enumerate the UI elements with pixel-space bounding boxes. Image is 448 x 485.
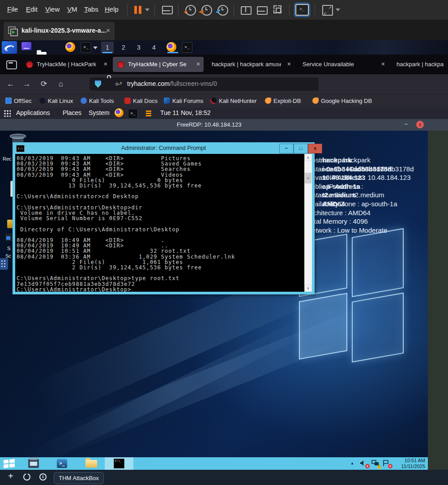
url-text[interactable]: tryhackme.com/fullscreen-vms/0 (127, 80, 217, 87)
freerdp-minimize-icon[interactable]: − (404, 120, 408, 128)
menu-edit[interactable]: Edit (26, 5, 38, 13)
start-button[interactable] (0, 457, 21, 470)
info-icon[interactable]: i (39, 473, 47, 481)
network-tray-icon[interactable]: ! (371, 460, 380, 467)
bookmark-kali-nethunter[interactable]: Kali NetHunter (210, 97, 257, 105)
add-icon[interactable]: + (8, 471, 13, 481)
vm-tab-kali[interactable]: kali-linux-2025.3-vmware-a... × (4, 22, 115, 40)
tab-close-icon[interactable]: × (381, 60, 385, 68)
send-ctrl-alt-del-icon[interactable] (162, 6, 173, 14)
tray-clock[interactable]: 10:51 AM 11/11/2025 (401, 458, 425, 469)
workspace-4[interactable]: 4 (148, 42, 160, 53)
cmd-titlebar[interactable]: C:\ Administrator: Command Prompt − □ x (13, 142, 315, 154)
cmd-scrollbar[interactable]: ∧ ≡ ∨ (304, 154, 312, 292)
workspace-2[interactable]: 2 (117, 42, 130, 53)
workspace-1[interactable]: 1 (101, 42, 114, 53)
suspend-vm-icon[interactable] (139, 6, 141, 14)
thm-drag-handle-icon[interactable] (0, 258, 8, 270)
bookmark-kali-tools[interactable]: Kali Tools (81, 97, 114, 105)
kali-menu-button[interactable] (2, 41, 17, 54)
bookmark-label: Kali Tools (89, 98, 114, 104)
bookmark-offsec[interactable]: OffSec (5, 97, 32, 105)
reload-icon[interactable]: ⟳ (38, 78, 50, 90)
power-icon[interactable] (23, 473, 30, 481)
take-snapshot-icon[interactable]: + (185, 5, 196, 16)
menu-view[interactable]: View (45, 5, 60, 13)
power-dropdown-icon[interactable] (145, 9, 149, 11)
scroll-down-icon[interactable]: ∨ (304, 285, 312, 292)
volume-tray-icon[interactable]: x (360, 460, 368, 467)
scrollbar-thumb[interactable]: ≡ (305, 173, 311, 183)
tab-close-icon[interactable]: × (104, 60, 107, 68)
file-explorer-button[interactable] (82, 457, 102, 470)
scroll-up-icon[interactable]: ∧ (304, 154, 312, 161)
cmd-taskbar-button[interactable]: C:\_ (105, 457, 133, 470)
cmd-close-icon[interactable]: x (308, 144, 322, 153)
fullscreen-icon[interactable] (273, 5, 282, 13)
url-host: tryhackme.com (127, 80, 170, 87)
freerdp-close-icon[interactable]: x (416, 121, 424, 128)
cmd-terminal[interactable]: 08/03/2019 09:43 AM <DIR> Pictures 08/03… (15, 154, 312, 292)
show-library-icon[interactable] (241, 6, 252, 15)
powershell-button[interactable]: >_ (54, 457, 73, 470)
attackbox-menu-applications[interactable]: Applications (16, 109, 50, 116)
revert-snapshot-icon[interactable]: ◀ (201, 5, 212, 16)
menu-vm[interactable]: VM (67, 5, 77, 13)
url-bar[interactable]: o–º tryhackme.com/fullscreen-vms/0 (90, 77, 319, 91)
cmd-window[interactable]: C:\ Administrator: Command Prompt − □ x … (13, 142, 315, 294)
cmd-minimize-icon[interactable]: − (279, 144, 294, 153)
tab-tryhackme-hackpark[interactable]: TryHackMe | HackPark × (21, 57, 111, 72)
tab-tryhackme-cyber-sec[interactable]: TryHackMe | Cyber Sec × (113, 57, 204, 72)
tab-hackpark-2[interactable]: hackpark | hackpa (390, 57, 448, 72)
attackbox-firefox-icon[interactable] (115, 108, 124, 117)
bookmark-google-hacking-db[interactable]: Google Hacking DB (312, 97, 372, 105)
show-console-icon[interactable] (257, 6, 268, 15)
tracking-shield-icon[interactable] (95, 81, 101, 88)
bookmark-kali-docs[interactable]: Kali Docs (124, 97, 158, 105)
terminal-launcher-icon[interactable]: >_ (81, 42, 91, 53)
cmd-maximize-icon[interactable]: □ (294, 144, 308, 153)
tab-service-unavailable[interactable]: Service Unavailable × (296, 57, 388, 72)
error-badge-icon: x (388, 464, 393, 468)
console-view-icon[interactable]: >_ (295, 4, 309, 16)
thm-attackbox-button[interactable]: THM AttackBox (54, 472, 104, 484)
desktop-icon-tool[interactable] (5, 234, 13, 241)
attackbox-clock[interactable]: Tue 11 Nov, 18:52 (160, 109, 211, 116)
tab-hackpark-amuse[interactable]: hackpark | hackpark amuse × (205, 57, 294, 72)
menu-help[interactable]: Help (105, 5, 119, 13)
bookmark-kali-forums[interactable]: Kali Forums (164, 97, 203, 105)
vm-tab-close-icon[interactable]: × (106, 26, 110, 34)
permissions-icon[interactable]: o–º (115, 81, 121, 86)
suspend-vm-icon[interactable] (134, 6, 137, 14)
server-manager-button[interactable] (25, 457, 44, 470)
stretch-guest-icon[interactable]: ↗↙ (322, 5, 333, 16)
workspace-3[interactable]: 3 (132, 42, 145, 53)
forward-icon[interactable]: → (21, 78, 33, 90)
apps-grid-icon[interactable] (4, 110, 11, 117)
windows-desktop[interactable]: Hostname : hackpark Instance ID : i-0a6b… (0, 131, 428, 470)
menu-tabs[interactable]: Tabs (84, 5, 98, 13)
display-app-icon[interactable] (21, 42, 31, 50)
attackbox-menu-system[interactable]: System (89, 109, 110, 116)
tray-expand-icon[interactable]: ▲ (350, 461, 354, 465)
freerdp-titlebar[interactable]: FreeRDP: 10.48.184.123 − x (0, 119, 448, 131)
back-icon[interactable]: ← (4, 78, 17, 90)
firefox-launcher-icon[interactable] (65, 42, 75, 52)
firefox-view-icon[interactable] (6, 60, 17, 69)
action-center-tray-icon[interactable]: x (383, 460, 391, 467)
stretch-dropdown-icon[interactable] (336, 9, 340, 11)
manage-snapshots-icon[interactable] (218, 5, 228, 16)
attackbox-terminal-icon[interactable]: >_ (128, 109, 138, 119)
bookmark-exploit-db[interactable]: Exploit-DB (265, 97, 301, 105)
bookmark-label: Google Hacking DB (321, 98, 372, 104)
firefox-window-button[interactable] (166, 42, 176, 52)
home-icon[interactable]: ⌂ (55, 78, 67, 90)
terminal-window-button[interactable]: >_ (182, 42, 192, 53)
menu-file[interactable]: File (7, 5, 18, 13)
tab-close-icon[interactable]: × (196, 60, 200, 68)
attackbox-menu-places[interactable]: Places (63, 109, 81, 116)
bookmark-kali-linux[interactable]: Kali Linux (39, 97, 73, 105)
desktop-icon-label-s: S (7, 246, 10, 251)
terminal-dropdown-icon[interactable] (93, 47, 98, 49)
tab-close-icon[interactable]: × (287, 60, 291, 68)
